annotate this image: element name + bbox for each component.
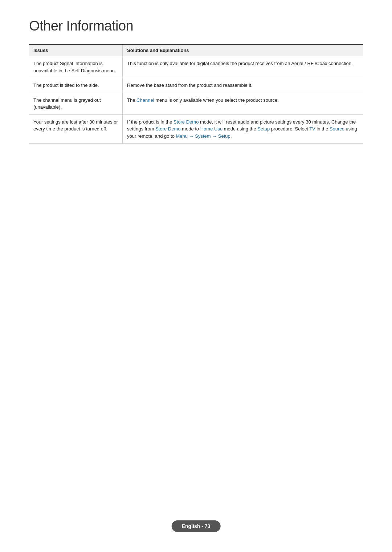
table-row: The product is tilted to the side. Remov… (29, 78, 363, 93)
home-use-link[interactable]: Home Use (200, 126, 222, 132)
page-container: Other Information Issues Solutions and E… (0, 0, 392, 180)
table-row: The product Signal Information is unavai… (29, 56, 363, 78)
issue-cell: Your settings are lost after 30 minutes … (29, 114, 123, 144)
table-row: The channel menu is grayed out (unavaila… (29, 93, 363, 114)
page-title: Other Information (29, 18, 363, 34)
store-demo-link-1[interactable]: Store Demo (173, 119, 199, 125)
table-header-row: Issues Solutions and Explanations (29, 44, 363, 56)
store-demo-link-2[interactable]: Store Demo (155, 126, 180, 132)
col-header-solutions: Solutions and Explanations (123, 44, 363, 56)
info-table: Issues Solutions and Explanations The pr… (29, 44, 363, 144)
solution-cell: This function is only available for digi… (123, 56, 363, 78)
tv-link[interactable]: TV (309, 126, 315, 132)
issue-cell: The channel menu is grayed out (unavaila… (29, 93, 123, 114)
footer-badge: English - 73 (172, 520, 221, 532)
table-row: Your settings are lost after 30 minutes … (29, 114, 363, 144)
col-header-issues: Issues (29, 44, 123, 56)
solution-cell: The Channel menu is only available when … (123, 93, 363, 114)
solution-cell: If the product is in the Store Demo mode… (123, 114, 363, 144)
source-link[interactable]: Source (330, 126, 344, 132)
issue-cell: The product Signal Information is unavai… (29, 56, 123, 78)
solution-cell: Remove the base stand from the product a… (123, 78, 363, 93)
menu-system-setup-link[interactable]: Menu → System → Setup (176, 133, 230, 139)
channel-link[interactable]: Channel (136, 97, 154, 103)
setup-link-1[interactable]: Setup (257, 126, 270, 132)
issue-cell: The product is tilted to the side. (29, 78, 123, 93)
